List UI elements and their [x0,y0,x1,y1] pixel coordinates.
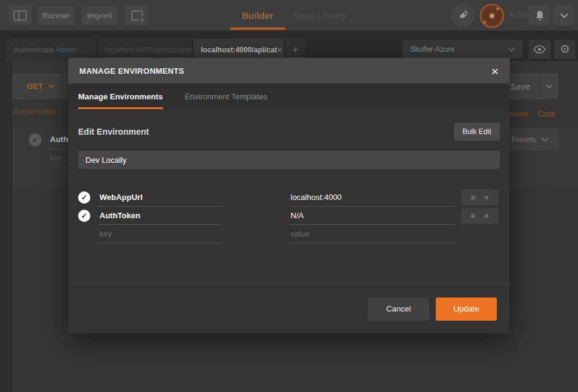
key-placeholder: key [50,154,62,162]
runner-button[interactable]: Runner [38,5,74,25]
tab-builder[interactable]: Builder [230,0,285,30]
presets-dropdown[interactable]: Presets [502,129,558,151]
presets-label: Presets [511,135,536,144]
orbit-core-icon [489,13,494,18]
new-window-button[interactable]: + [125,5,148,26]
request-tab-bar: Authenticate Admin localhost:4000/api/ca… [0,30,578,61]
modal-footer: Cancel Update [68,283,510,333]
user-menu-button[interactable] [554,5,574,26]
environment-selector-value: Skufler-Azure [410,45,455,54]
environment-name-input[interactable] [78,151,500,169]
builder-tab-underline [230,27,285,30]
orbit-dot-icon [496,7,499,10]
delete-row-icon[interactable]: × [484,193,489,202]
table-row-empty [78,225,500,243]
bulk-edit-button[interactable]: Bulk Edit [454,123,500,141]
top-bar: Runner Import + Builder Team Library IN … [0,0,578,30]
gear-icon: ⚙ [560,43,570,55]
sync-avatar[interactable] [480,4,504,28]
row-checkbox[interactable]: ✓ [29,134,42,146]
modal-title: MANAGE ENVIRONMENTS [79,66,184,76]
save-split-button[interactable]: Save [502,73,558,99]
sidebar-strip [0,61,12,392]
app-window: Runner Import + Builder Team Library IN … [0,0,578,392]
modal-header: MANAGE ENVIRONMENTS × [68,58,510,84]
environment-selector[interactable]: Skufler-Azure [403,40,522,59]
authorization-tab[interactable]: Authorization [13,107,56,116]
orbit-dot-icon [483,21,486,24]
row-checkbox[interactable]: ✓ [78,191,90,204]
tab-team-library[interactable]: Team Library [293,0,354,30]
bell-icon [535,10,544,21]
manage-environments-modal: MANAGE ENVIRONMENTS × Manage Environment… [68,58,510,333]
sidebar-toggle-button[interactable] [9,5,31,26]
check-icon: ✓ [32,136,38,144]
request-tab-label: localhost:4000/api/cat [201,46,277,54]
row-checkbox[interactable]: ✓ [78,210,90,222]
check-icon: ✓ [81,193,87,202]
row-controls: ≡ × [461,190,499,205]
modal-close-icon[interactable]: × [491,65,499,77]
import-button[interactable]: Import [82,5,117,25]
chevron-down-icon [546,84,552,88]
modal-tab-bar: Manage Environments Environment Template… [68,84,510,109]
new-key-input[interactable] [98,225,222,243]
notifications-button[interactable] [529,5,551,26]
value-input[interactable] [289,188,455,207]
drag-handle-icon[interactable]: ≡ [471,193,475,202]
sidebar-toggle-icon [13,10,27,21]
section-header-row: Edit Environment Bulk Edit [78,123,500,141]
method-dropdown[interactable]: GET [12,73,70,99]
key-input[interactable] [98,207,222,225]
row-controls: ≡ × [461,208,499,224]
environment-preview-button[interactable] [529,40,551,59]
code-link[interactable]: Code [538,110,555,118]
save-menu-button[interactable] [540,73,558,99]
value-input[interactable] [289,207,455,225]
update-button[interactable]: Update [436,298,497,321]
new-window-icon: + [131,10,143,21]
new-value-input[interactable] [289,225,455,243]
proxy-button[interactable] [451,4,474,27]
tab-environment-templates[interactable]: Environment Templates [185,84,268,109]
delete-row-icon[interactable]: × [484,212,489,220]
chevron-down-icon [48,84,55,88]
tab-manage-environments[interactable]: Manage Environments [78,84,163,109]
table-row: ✓ ≡ × [78,188,500,207]
close-tab-icon[interactable]: × [277,45,283,55]
method-label: GET [27,82,43,91]
settings-button[interactable]: ⚙ [554,40,576,59]
section-title: Edit Environment [78,127,149,137]
eye-icon [533,45,546,54]
modal-body: Edit Environment Bulk Edit ✓ ≡ × ✓ [68,109,510,283]
chevron-down-icon [560,13,568,18]
drag-handle-icon[interactable]: ≡ [471,212,475,220]
table-row: ✓ ≡ × [78,207,500,225]
key-value-editor: ✓ ≡ × ✓ ≡ × [78,188,500,243]
cancel-button[interactable]: Cancel [368,298,429,321]
key-input[interactable] [98,188,222,207]
chevron-down-icon [541,137,549,142]
check-icon: ✓ [81,212,87,220]
plus-glyph: + [139,16,145,24]
satellite-icon [457,10,468,21]
chevron-down-icon [508,47,515,52]
